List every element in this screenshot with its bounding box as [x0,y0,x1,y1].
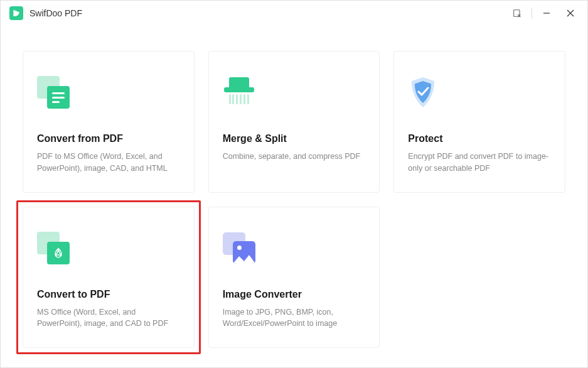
card-image-converter[interactable]: Image Converter Image to JPG, PNG, BMP, … [208,207,380,349]
card-title: Merge & Split [223,133,367,144]
shredder-icon [223,77,255,107]
card-icon [223,70,367,114]
titlebar-controls [505,3,582,24]
card-icon [408,70,552,114]
card-description: Combine, separate, and compress PDF [223,151,367,163]
shield-check-icon [408,76,438,109]
card-highlight: Convert to PDF MS Office (Word, Excel, a… [16,200,201,355]
minimize-button[interactable] [535,3,559,24]
titlebar-divider [532,8,532,19]
close-button[interactable] [559,3,582,24]
card-icon [37,70,181,114]
app-logo-icon [9,6,23,20]
card-convert-to-pdf[interactable]: Convert to PDF MS Office (Word, Excel, a… [23,207,195,349]
card-description: PDF to MS Office (Word, Excel, and Power… [37,151,181,175]
card-icon [37,226,181,270]
app-title: SwifDoo PDF [29,8,82,18]
titlebar: SwifDoo PDF [1,1,587,26]
image-stack-icon [223,232,255,264]
card-convert-from-pdf[interactable]: Convert from PDF PDF to MS Office (Word,… [23,51,195,193]
card-description: MS Office (Word, Excel, and PowerPoint),… [37,306,181,330]
card-description: Encrypt PDF and convert PDF to image-onl… [408,151,552,175]
open-file-button[interactable] [505,3,529,24]
card-title: Protect [408,133,552,144]
card-title: Convert from PDF [37,133,181,144]
document-lines-icon [37,76,70,109]
app-window: SwifDoo PDF [0,0,588,368]
pdf-document-icon [37,232,70,264]
card-title: Convert to PDF [37,289,181,300]
card-icon [223,226,367,270]
card-title: Image Converter [223,289,367,300]
titlebar-left: SwifDoo PDF [9,6,505,20]
main-content: Convert from PDF PDF to MS Office (Word,… [1,26,587,367]
cards-grid: Convert from PDF PDF to MS Office (Word,… [23,51,565,348]
card-protect[interactable]: Protect Encrypt PDF and convert PDF to i… [393,51,565,193]
card-description: Image to JPG, PNG, BMP, icon, Word/Excel… [223,306,367,330]
card-merge-split[interactable]: Merge & Split Combine, separate, and com… [208,51,380,193]
